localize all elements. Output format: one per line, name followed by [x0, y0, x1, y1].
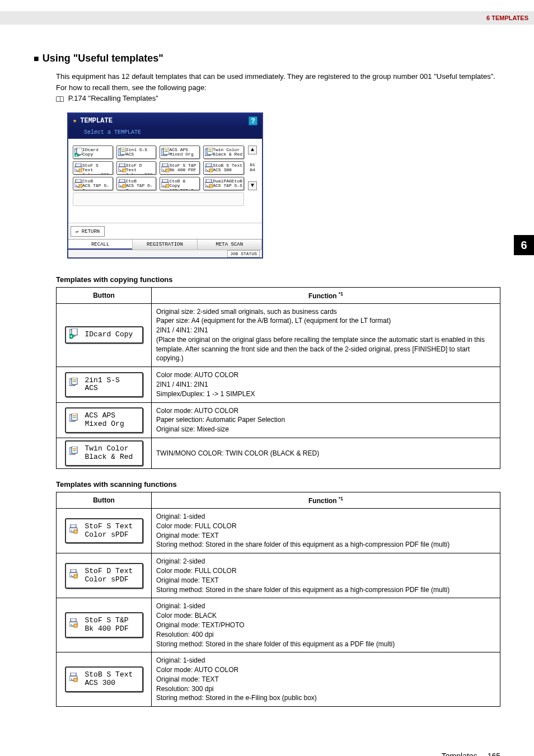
table-row: Twin ColorBlack & RedTWIN/MONO COLOR: TW… — [57, 438, 500, 469]
function-cell: TWIN/MONO COLOR: TWIN COLOR (BLACK & RED… — [152, 438, 500, 469]
template-icon — [118, 148, 126, 157]
template-icon — [69, 569, 82, 583]
function-cell: Original: 1-sidedColor mode: FULL COLORO… — [152, 508, 500, 553]
col-function: Function *1 — [152, 287, 500, 303]
template-button[interactable]: Twin ColorBlack & Red — [203, 145, 244, 159]
function-cell: Original: 2-sidedColor mode: FULL COLORO… — [152, 553, 500, 598]
template-button[interactable]: IDcard Copy — [65, 326, 143, 344]
header-breadcrumb: 6 TEMPLATES — [0, 11, 534, 25]
template-icon — [69, 524, 82, 538]
table-row: StoF S TextColor sPDFOriginal: 1-sidedCo… — [57, 508, 500, 553]
template-button[interactable]: ACS APSMixed Org — [160, 145, 200, 159]
template-button[interactable]: 2in1 S-SACS — [116, 145, 157, 159]
function-cell: Original: 1-sidedColor mode: BLACKOrigin… — [152, 598, 500, 652]
template-icon — [69, 378, 82, 391]
function-cell: Color mode: AUTO COLORPaper selection: A… — [152, 402, 500, 438]
template-icon — [205, 163, 213, 172]
square-bullet-icon: ■ — [34, 54, 39, 63]
chapter-tab: 6 — [514, 235, 534, 255]
page-reference: P.174 "Recalling Templates" — [68, 94, 158, 102]
template-icon — [74, 163, 82, 172]
template-icon — [161, 179, 169, 188]
table-row: IDcard CopyOriginal size: 2-sided small … — [57, 303, 500, 367]
scroll-down-button[interactable]: ▼ — [248, 181, 257, 190]
book-icon — [56, 96, 64, 102]
template-button[interactable]: CtoB & CopyACS T&P S-D — [160, 177, 200, 190]
template-icon — [118, 179, 126, 188]
template-button[interactable]: StoF D TextColor sPDF — [116, 161, 157, 175]
copy-functions-table: Button Function *1 IDcard CopyOriginal s… — [56, 287, 500, 469]
intro-text: This equipment has 12 default templates … — [56, 71, 500, 104]
table-row: 2in1 S-SACSColor mode: AUTO COLOR2IN1 / … — [57, 367, 500, 402]
return-button[interactable]: ↵ RETURN — [71, 226, 105, 237]
template-icon — [205, 148, 213, 157]
template-button[interactable]: StoB S TextACS 300 — [65, 666, 143, 692]
template-button[interactable]: StoF S T&PBk 400 PDF — [65, 612, 143, 638]
table-row: StoF D TextColor sPDFOriginal: 2-sidedCo… — [57, 553, 500, 598]
table-row: StoB S TextACS 300Original: 1-sidedColor… — [57, 652, 500, 707]
template-icon — [69, 673, 82, 686]
tab-recall[interactable]: RECALL — [68, 240, 133, 250]
template-button[interactable]: IDcard Copy — [73, 145, 113, 159]
job-status-button[interactable]: JOB STATUS — [227, 250, 260, 257]
template-button[interactable]: StoF S TextColor sPDF — [65, 518, 143, 544]
template-button[interactable]: 2in1 S-SACS — [65, 372, 143, 398]
star-icon: ★ — [73, 116, 77, 125]
function-cell: Color mode: AUTO COLOR2IN1 / 4IN1: 2IN1S… — [152, 367, 500, 402]
template-icon — [161, 148, 169, 157]
col-function: Function *1 — [152, 492, 500, 508]
template-button[interactable]: StoB S TextACS 300 — [203, 161, 244, 175]
template-button[interactable]: CtoBACS T&P D-S — [116, 177, 157, 190]
col-button: Button — [57, 287, 152, 303]
template-screen: ★ TEMPLATE ? Select a TEMPLATE IDcard Co… — [67, 112, 263, 259]
template-icon — [69, 328, 82, 342]
scan-table-title: Templates with scanning functions — [56, 480, 500, 489]
panel-titlebar: ★ TEMPLATE ? — [68, 114, 262, 128]
template-icon — [69, 414, 82, 427]
page-footer: Templates165 — [34, 752, 500, 756]
help-button[interactable]: ? — [249, 116, 257, 125]
tab-registration[interactable]: REGISTRATION — [133, 240, 197, 250]
template-icon — [69, 447, 82, 460]
template-icon — [74, 179, 82, 188]
template-button[interactable]: CtoBACS T&P S-S — [73, 177, 113, 190]
template-icon — [161, 163, 169, 172]
template-button[interactable]: StoF D TextColor sPDF — [65, 563, 143, 589]
empty-template-slot — [73, 192, 244, 206]
page-counter: 01 04 — [250, 163, 255, 173]
template-button[interactable]: DualPAGEtoBACS T&P S-S — [203, 177, 244, 190]
panel-subtitle: Select a TEMPLATE — [68, 128, 262, 139]
scan-functions-table: Button Function *1 StoF S TextColor sPDF… — [56, 492, 500, 707]
tab-metascan[interactable]: META SCAN — [198, 240, 262, 250]
function-cell: Original: 1-sidedColor mode: AUTO COLORO… — [152, 652, 500, 707]
function-cell: Original size: 2-sided small originals, … — [152, 303, 500, 367]
section-title: ■Using "Useful templates" — [34, 53, 500, 64]
template-icon — [69, 618, 82, 632]
template-button[interactable]: StoF S T&PBk 400 PDF — [160, 161, 200, 175]
template-button[interactable]: StoF S TextColor sPDF — [73, 161, 113, 175]
table-row: StoF S T&PBk 400 PDFOriginal: 1-sidedCol… — [57, 598, 500, 652]
template-icon — [74, 148, 82, 157]
template-button[interactable]: Twin ColorBlack & Red — [65, 440, 143, 466]
scroll-up-button[interactable]: ▲ — [248, 145, 257, 154]
template-icon — [205, 179, 213, 188]
template-icon — [118, 163, 126, 172]
copy-table-title: Templates with copying functions — [56, 275, 500, 284]
template-button[interactable]: ACS APSMixed Org — [65, 407, 143, 433]
table-row: ACS APSMixed OrgColor mode: AUTO COLORPa… — [57, 402, 500, 438]
col-button: Button — [57, 492, 152, 508]
